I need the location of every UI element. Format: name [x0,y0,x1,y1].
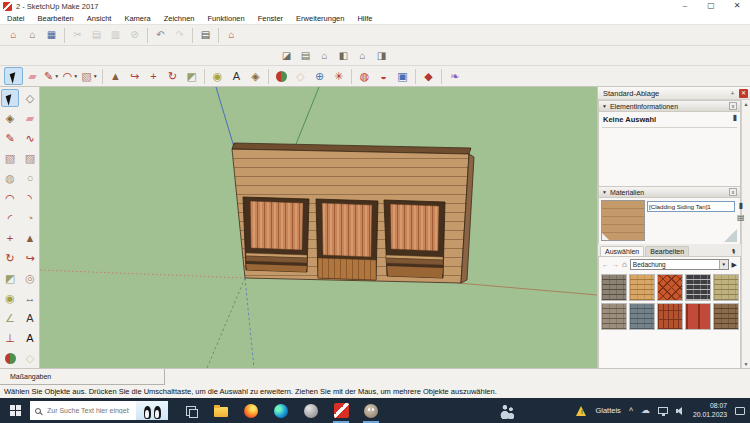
rectangle-tool[interactable]: ▧▼ [80,67,99,85]
menu-fenster[interactable]: Fenster [258,14,283,23]
rectangle-tool[interactable]: ▧ [1,149,19,167]
forward-button[interactable]: → [612,261,619,268]
print-button[interactable]: ▤ [196,26,215,44]
scroll-up-icon[interactable]: ▲ [744,101,749,107]
swatch-olive-shingles[interactable] [713,274,739,301]
pie-tool[interactable]: ◔ [21,209,39,227]
line-tool[interactable]: ✎▼ [42,67,61,85]
secondary-pane-toggle-icon[interactable] [724,229,737,242]
tab-auswaehlen[interactable]: Auswählen [600,246,644,256]
left-view-button[interactable]: ◨ [372,47,391,65]
dropdown-arrow-icon[interactable]: ▼ [93,73,98,79]
undo-button[interactable]: ↶ [151,26,170,44]
polygon-tool[interactable]: ○ [21,169,39,187]
dimension-tool[interactable]: ↔ [21,289,39,307]
axes-tool[interactable]: ⊥ [1,329,19,347]
tab-bearbeiten[interactable]: Bearbeiten [645,246,689,256]
photo-textures-button[interactable]: ▣ [393,67,412,85]
display-secondary-pane-icon[interactable]: ▤ [737,213,745,222]
get-models-button[interactable]: ◆ [419,67,438,85]
viewport-canvas[interactable] [40,87,597,368]
right-view-button[interactable]: ◧ [334,47,353,65]
new-button[interactable]: ⌂ [4,26,23,44]
model-info-button[interactable]: ⌂ [222,26,241,44]
extension-button[interactable]: ❧ [445,67,464,85]
menu-zeichnen[interactable]: Zeichnen [164,14,195,23]
copy-button[interactable]: ▤ [87,26,106,44]
top-view-button[interactable]: ▤ [296,47,315,65]
delete-button[interactable]: ⊘ [125,26,144,44]
edge-taskbar-button[interactable] [272,398,290,423]
close-button[interactable]: ✕ [724,0,750,12]
details-icon[interactable]: ▮ [739,201,743,210]
task-view-taskbar-button[interactable] [182,398,200,423]
arc-tool[interactable]: ◠▼ [61,67,80,85]
pushpull-tool[interactable]: ▲ [106,67,125,85]
rotate-tool[interactable]: ↻ [1,249,19,267]
collapse-icon[interactable]: ▼ [602,103,607,109]
redo-button[interactable]: ↷ [170,26,189,44]
material-category-dropdown[interactable]: Bedachung ▼ [630,259,729,270]
protractor-tool[interactable]: ∠ [1,309,19,327]
move-tool[interactable]: + [144,67,163,85]
freehand-tool[interactable]: ∿ [21,129,39,147]
gray-app-taskbar-button[interactable] [302,398,320,423]
menu-bearbeiten[interactable]: Bearbeiten [38,14,74,23]
search-highlight-penguins[interactable] [136,401,168,420]
make-component-tool[interactable]: ◇ [21,89,39,107]
eyedropper-icon[interactable]: ✒ [729,247,739,255]
scale-tool[interactable]: ◩ [182,67,201,85]
volume-icon[interactable] [676,406,685,415]
text-tool[interactable]: A [227,67,246,85]
3d-text-tool[interactable]: A [21,329,39,347]
swatch-red-metal-roof[interactable] [685,303,711,330]
dropdown-arrow-icon[interactable]: ▼ [73,73,78,79]
details-icon[interactable]: ▮ [733,114,737,122]
material-thumbnail[interactable] [601,200,645,241]
eraser-tool[interactable]: ▰ [21,109,39,127]
iso-view-button[interactable]: ◪ [277,47,296,65]
swatch-tan-scalloped-tiles[interactable] [629,274,655,301]
menu-ansicht[interactable]: Ansicht [87,14,112,23]
swatch-brown-shakes[interactable] [601,303,627,330]
add-location-button[interactable]: ◍ [355,67,374,85]
minimize-button[interactable]: – [672,0,698,12]
weather-warning-icon[interactable]: ! [576,406,587,416]
swatch-orange-diamond-tiles[interactable] [657,274,683,301]
file-explorer-taskbar-button[interactable] [212,398,230,423]
followme-tool[interactable]: ↪ [21,249,39,267]
menu-datei[interactable]: Datei [7,14,25,23]
section-materials[interactable]: ▼ Materialien x [598,186,741,198]
menu-funktionen[interactable]: Funktionen [208,14,245,23]
swatch-brown-shingles[interactable] [713,303,739,330]
taskbar-search[interactable] [30,401,168,420]
swatch-gray-asphalt-shingles[interactable] [601,274,627,301]
sample-paint-icon[interactable]: ▶ [732,261,737,269]
rotate-tool[interactable]: ↻ [163,67,182,85]
swatch-spanish-tile[interactable] [657,303,683,330]
orbit-tool[interactable] [272,67,291,85]
back-view-button[interactable]: ⌂ [353,47,372,65]
people-icon[interactable] [500,404,514,419]
collapse-icon[interactable]: ▼ [602,189,607,195]
tape-measure-tool[interactable]: ◉ [208,67,227,85]
menu-erweiterungen[interactable]: Erweiterungen [296,14,344,23]
cut-button[interactable]: ✂ [68,26,87,44]
wood-shed-model[interactable] [232,143,474,283]
offset-tool[interactable]: ◎ [21,269,39,287]
dropdown-arrow-icon[interactable]: ▼ [719,260,728,269]
pushpull-tool[interactable]: ▲ [21,229,39,247]
save-button[interactable]: ▦ [42,26,61,44]
pan-tool[interactable]: ◇ [291,67,310,85]
swatch-slate[interactable] [629,303,655,330]
onedrive-icon[interactable]: ☁ [641,406,650,415]
two-point-arc-tool[interactable]: ◝ [21,189,39,207]
eraser-tool[interactable]: ▰ [23,67,42,85]
sketchup-taskbar-button[interactable] [332,398,350,423]
line-tool[interactable]: ✎ [1,129,19,147]
pin-panel-icon[interactable]: + [728,90,737,97]
menu-kamera[interactable]: Kamera [124,14,150,23]
swatch-dark-shingles[interactable] [685,274,711,301]
followme-tool[interactable]: ↪ [125,67,144,85]
select-tool[interactable] [1,89,19,107]
